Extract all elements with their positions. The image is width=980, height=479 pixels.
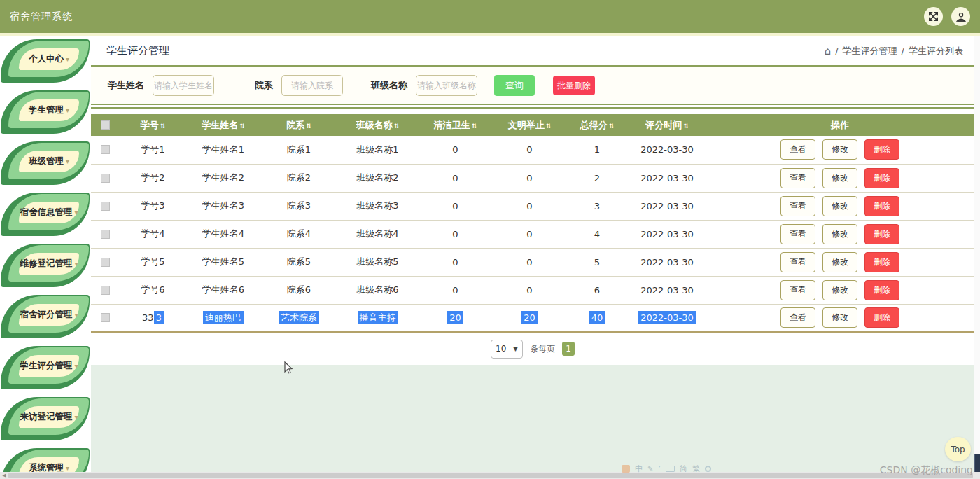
sidebar-item-dorm-info-mgmt[interactable]: 宿舍信息管理▾ <box>1 193 90 236</box>
sort-icon[interactable]: ⇅ <box>683 123 689 130</box>
fullscreen-button[interactable] <box>924 7 943 26</box>
view-button[interactable]: 查看 <box>780 252 816 272</box>
view-button[interactable]: 查看 <box>780 224 816 244</box>
sort-icon[interactable]: ⇅ <box>609 123 615 130</box>
sort-icon[interactable]: ⇅ <box>160 123 166 130</box>
edit-button[interactable]: 修改 <box>822 196 858 216</box>
sidebar-item-visitor-mgmt[interactable]: 来访登记管理▾ <box>1 397 90 440</box>
chevron-down-icon: ▾ <box>66 55 69 63</box>
row-checkbox[interactable] <box>101 258 110 267</box>
view-button[interactable]: 查看 <box>780 139 816 160</box>
horizontal-scrollbar-thumb[interactable] <box>8 473 973 478</box>
back-to-top-button[interactable]: Top <box>945 437 971 461</box>
cell-total: 6 <box>594 285 600 296</box>
edit-button[interactable]: 修改 <box>822 139 858 160</box>
sort-icon[interactable]: ⇅ <box>306 123 312 130</box>
delete-button[interactable]: 删除 <box>864 139 899 160</box>
row-checkbox[interactable] <box>101 230 110 239</box>
ime-traditional-label[interactable]: 繁 <box>692 464 700 474</box>
cell-clean: 0 <box>452 173 458 183</box>
student-name-label: 学生姓名 <box>108 79 144 92</box>
view-button[interactable]: 查看 <box>780 307 816 328</box>
cell-class-name: 班级名称4 <box>356 228 398 239</box>
sidebar-item-dorm-score-mgmt[interactable]: 宿舍评分管理▾ <box>1 295 90 338</box>
sidebar-item-student-score-mgmt[interactable]: 学生评分管理▾ <box>1 346 90 389</box>
row-checkbox[interactable] <box>101 145 110 154</box>
delete-button[interactable]: 删除 <box>864 307 899 328</box>
chevron-down-icon: ▾ <box>74 311 78 319</box>
edit-button[interactable]: 修改 <box>822 252 858 272</box>
keyboard-icon[interactable] <box>666 466 675 472</box>
sort-icon[interactable]: ⇅ <box>239 123 245 130</box>
cell-dept: 艺术院系 <box>279 311 319 324</box>
cell-dept: 院系6 <box>287 284 311 295</box>
view-button[interactable]: 查看 <box>780 168 816 188</box>
edit-button[interactable]: 修改 <box>822 307 858 328</box>
home-icon[interactable]: ⌂ <box>825 45 832 57</box>
cell-student-name: 学生姓名2 <box>202 172 244 183</box>
row-checkbox[interactable] <box>101 202 110 211</box>
sidebar-item-student-mgmt[interactable]: 学生管理▾ <box>1 90 90 134</box>
student-name-input[interactable] <box>153 75 214 96</box>
table-row: 学号4 学生姓名4 院系4 班级名称4 0 0 4 2022-03-30 查看修… <box>91 220 974 248</box>
delete-button[interactable]: 删除 <box>864 196 899 216</box>
view-button[interactable]: 查看 <box>780 280 816 300</box>
quote-icon[interactable]: ’ <box>658 464 661 473</box>
user-button[interactable] <box>951 7 970 26</box>
delete-button[interactable]: 删除 <box>864 252 899 272</box>
cell-total: 4 <box>594 229 600 240</box>
edit-button[interactable]: 修改 <box>822 280 858 300</box>
delete-button[interactable]: 删除 <box>864 224 899 244</box>
ime-simplified-label[interactable]: 简 <box>680 464 687 474</box>
delete-button[interactable]: 删除 <box>864 168 899 188</box>
cell-time: 2022-03-30 <box>640 201 694 211</box>
select-all-checkbox[interactable] <box>101 120 110 130</box>
cell-time: 2022-03-30 <box>638 311 696 324</box>
cell-dept: 院系5 <box>287 256 311 267</box>
sort-icon[interactable]: ⇅ <box>546 123 552 130</box>
cell-clean: 0 <box>452 144 458 155</box>
table-row-selected: 333 迪丽热巴 艺术院系 播音主持 20 20 40 2022-03-30 查… <box>91 304 974 332</box>
row-checkbox[interactable] <box>101 313 110 322</box>
header-actions <box>924 7 970 26</box>
sort-icon[interactable]: ⇅ <box>472 123 477 130</box>
delete-button[interactable]: 删除 <box>864 280 899 300</box>
sidebar-item-repair-mgmt[interactable]: 维修登记管理▾ <box>1 244 90 287</box>
sidebar-item-label: 系统管理 <box>29 462 64 472</box>
sidebar-item-class-mgmt[interactable]: 班级管理▾ <box>1 141 90 185</box>
sort-icon[interactable]: ⇅ <box>394 123 400 130</box>
batch-delete-button[interactable]: 批量删除 <box>553 76 595 95</box>
col-student-name: 学生姓名⇅ <box>187 114 260 136</box>
page-size-select[interactable]: 10 ▼ <box>491 340 523 359</box>
vertical-scrollbar[interactable] <box>974 36 980 479</box>
cell-civil: 0 <box>526 285 532 296</box>
dept-input[interactable] <box>281 75 343 96</box>
row-checkbox[interactable] <box>101 174 110 183</box>
breadcrumb-item[interactable]: 学生评分管理 <box>843 45 897 57</box>
chevron-down-icon: ▾ <box>74 362 78 370</box>
sidebar-item-system-mgmt[interactable]: 系统管理▾ <box>1 448 90 472</box>
cell-student-no: 学号4 <box>141 228 164 239</box>
edit-button[interactable]: 修改 <box>822 168 858 188</box>
horizontal-scrollbar[interactable]: ◀ <box>0 472 980 479</box>
cell-student-no: 学号1 <box>141 144 164 155</box>
scroll-left-arrow-icon[interactable]: ◀ <box>0 472 8 479</box>
class-name-input[interactable] <box>416 75 477 96</box>
pen-icon[interactable]: ✎ <box>648 465 653 473</box>
cell-class-name: 班级名称2 <box>356 172 398 183</box>
page-title: 学生评分管理 <box>106 44 169 57</box>
edit-button[interactable]: 修改 <box>822 224 858 244</box>
app-title: 宿舍管理系统 <box>10 11 73 23</box>
cell-student-name: 学生姓名5 <box>202 256 244 267</box>
sidebar-item-personal-center[interactable]: 个人中心▾ <box>1 39 90 83</box>
view-button[interactable]: 查看 <box>780 196 816 216</box>
cell-class-name: 班级名称1 <box>356 144 398 155</box>
chevron-down-icon: ▾ <box>66 106 69 114</box>
row-checkbox[interactable] <box>101 286 110 295</box>
ime-logo-icon[interactable] <box>622 465 630 473</box>
cell-student-name: 学生姓名4 <box>202 228 244 239</box>
gear-icon[interactable] <box>705 466 711 472</box>
page-number-button[interactable]: 1 <box>562 342 575 356</box>
ime-lang-label[interactable]: 中 <box>635 464 643 474</box>
query-button[interactable]: 查询 <box>494 75 535 96</box>
